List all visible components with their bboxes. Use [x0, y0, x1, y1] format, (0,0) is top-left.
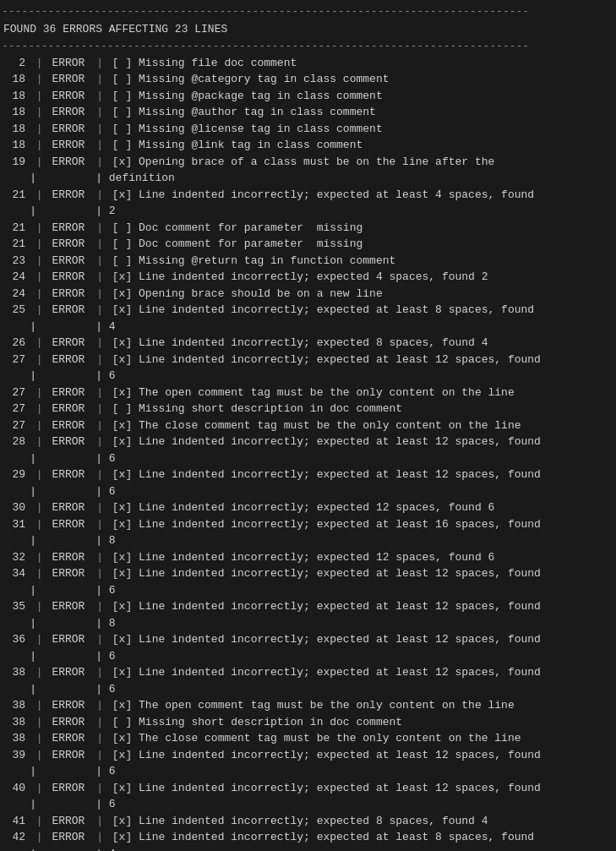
- separator: |: [27, 137, 52, 154]
- line-number: 40: [3, 780, 27, 797]
- line-number: 21: [3, 220, 27, 237]
- table-row: 2 | ERROR | [ ] Missing file doc comment: [0, 55, 616, 72]
- line-number: 38: [3, 714, 27, 731]
- message-continuation: | | 8: [0, 532, 616, 549]
- separator: |: [27, 631, 52, 648]
- error-type: ERROR: [52, 121, 87, 138]
- error-type: ERROR: [52, 55, 87, 72]
- error-marker: [x]: [112, 154, 139, 171]
- error-marker: [ ]: [112, 236, 139, 253]
- line-number: 18: [3, 121, 27, 138]
- separator: |: [27, 697, 52, 714]
- error-type: ERROR: [52, 236, 87, 253]
- error-marker: [ ]: [112, 220, 139, 237]
- error-type: ERROR: [52, 598, 87, 615]
- error-message: Line indented incorrectly; expected at l…: [139, 780, 613, 797]
- error-message: The open comment tag must be the only co…: [139, 697, 613, 714]
- separator: |: [87, 730, 112, 747]
- line-number: 34: [3, 565, 27, 582]
- separator: |: [27, 499, 52, 516]
- error-marker: [ ]: [112, 121, 139, 138]
- line-number: 24: [3, 286, 27, 303]
- error-type: ERROR: [52, 137, 87, 154]
- message-continuation: | | 6: [0, 368, 616, 385]
- separator: |: [27, 286, 52, 303]
- error-marker: [ ]: [112, 714, 139, 731]
- error-message: Opening brace of a class must be on the …: [139, 154, 613, 171]
- table-row: 32 | ERROR | [x] Line indented incorrect…: [0, 549, 616, 566]
- separator: |: [27, 253, 52, 270]
- separator: |: [27, 813, 52, 830]
- error-marker: [x]: [112, 286, 139, 303]
- separator: |: [27, 549, 52, 566]
- error-type: ERROR: [52, 104, 87, 121]
- table-row: 18 | ERROR | [ ] Missing @license tag in…: [0, 121, 616, 138]
- table-row: 18 | ERROR | [ ] Missing @link tag in cl…: [0, 137, 616, 154]
- error-marker: [x]: [112, 664, 139, 681]
- message-continuation: | | 6: [0, 582, 616, 599]
- line-number: 19: [3, 154, 27, 171]
- error-type: ERROR: [52, 434, 87, 450]
- table-row: 27 | ERROR | [ ] Missing short descripti…: [0, 401, 616, 417]
- error-marker: [x]: [112, 352, 139, 368]
- error-marker: [x]: [112, 466, 139, 483]
- table-row: 27 | ERROR | [x] Line indented incorrect…: [0, 352, 616, 385]
- line-number: 29: [3, 466, 27, 483]
- line-number: 18: [3, 88, 27, 105]
- error-type: ERROR: [52, 253, 87, 270]
- line-number: 18: [3, 71, 27, 88]
- error-message: Opening brace should be on a new line: [139, 286, 613, 303]
- error-marker: [x]: [112, 385, 139, 401]
- header-divider: ----------------------------------------…: [0, 38, 616, 55]
- table-row: 38 | ERROR | [x] Line indented incorrect…: [0, 664, 616, 697]
- error-type: ERROR: [52, 286, 87, 303]
- line-number: 38: [3, 730, 27, 747]
- error-message: Line indented incorrectly; expected at l…: [139, 631, 613, 648]
- table-row: 41 | ERROR | [x] Line indented incorrect…: [0, 813, 616, 830]
- error-message: Line indented incorrectly; expected at l…: [139, 302, 613, 319]
- line-number: 30: [3, 499, 27, 516]
- line-number: 18: [3, 137, 27, 154]
- separator: |: [87, 253, 112, 270]
- message-continuation: | | 2: [0, 203, 616, 220]
- separator: |: [27, 434, 52, 450]
- separator: |: [87, 516, 112, 533]
- separator: |: [87, 104, 112, 121]
- error-marker: [x]: [112, 598, 139, 615]
- separator: |: [87, 352, 112, 368]
- separator: |: [87, 302, 112, 319]
- error-message: Line indented incorrectly; expected at l…: [139, 516, 613, 533]
- error-message: Missing @return tag in function comment: [139, 253, 613, 270]
- error-marker: [x]: [112, 747, 139, 764]
- error-type: ERROR: [52, 516, 87, 533]
- error-type: ERROR: [52, 466, 87, 483]
- line-number: 35: [3, 598, 27, 615]
- error-type: ERROR: [52, 302, 87, 319]
- error-message: Line indented incorrectly; expected 4 sp…: [139, 269, 613, 286]
- separator: |: [27, 780, 52, 797]
- separator: |: [27, 220, 52, 237]
- table-row: 40 | ERROR | [x] Line indented incorrect…: [0, 780, 616, 813]
- separator: |: [27, 71, 52, 88]
- error-type: ERROR: [52, 714, 87, 731]
- line-number: 28: [3, 434, 27, 450]
- error-type: ERROR: [52, 730, 87, 747]
- table-row: 35 | ERROR | [x] Line indented incorrect…: [0, 598, 616, 631]
- message-continuation: | | 6: [0, 763, 616, 780]
- table-row: 21 | ERROR | [ ] Doc comment for paramet…: [0, 236, 616, 253]
- top-divider: ----------------------------------------…: [0, 3, 616, 20]
- error-type: ERROR: [52, 88, 87, 105]
- error-list: 2 | ERROR | [ ] Missing file doc comment…: [0, 55, 616, 852]
- error-message: Missing file doc comment: [139, 55, 613, 72]
- message-continuation: | | 4: [0, 846, 616, 852]
- separator: |: [87, 55, 112, 72]
- line-number: 36: [3, 631, 27, 648]
- error-message: Line indented incorrectly; expected at l…: [139, 664, 613, 681]
- separator: |: [87, 88, 112, 105]
- error-message: Line indented incorrectly; expected 8 sp…: [139, 335, 613, 352]
- table-row: 38 | ERROR | [x] The open comment tag mu…: [0, 697, 616, 714]
- line-number: 23: [3, 253, 27, 270]
- separator: |: [87, 434, 112, 450]
- error-marker: [ ]: [112, 104, 139, 121]
- error-message: Missing @license tag in class comment: [139, 121, 613, 138]
